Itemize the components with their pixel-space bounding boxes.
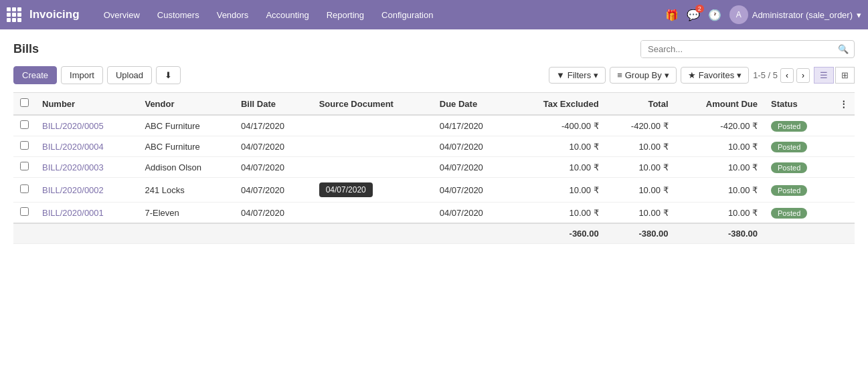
user-menu[interactable]: A Administrator (sale_order) ▾ (729, 5, 861, 24)
select-all-checkbox[interactable] (20, 98, 29, 107)
table-row: BILL/2020/0005ABC Furniture04/17/202004/… (13, 115, 855, 136)
col-status[interactable]: Status (764, 93, 833, 116)
group-by-button[interactable]: ≡ Group By ▾ (610, 67, 677, 84)
col-settings[interactable]: ⋮ (833, 93, 855, 116)
row-total: 10.00 ₹ (606, 136, 675, 157)
pagination-range: 1-5 / 5 (753, 70, 778, 80)
totals-settings-cell (833, 223, 855, 244)
filters-button[interactable]: ▼ Filters ▾ (549, 67, 606, 84)
row-checkbox[interactable] (20, 207, 29, 216)
nav-overview[interactable]: Overview (96, 6, 148, 24)
row-amount-due: -420.00 ₹ (675, 115, 765, 136)
create-button[interactable]: Create (13, 66, 57, 84)
row-checkbox-cell (13, 115, 35, 136)
col-number[interactable]: Number (35, 93, 138, 116)
row-checkbox[interactable] (20, 184, 29, 193)
filters-dropdown-icon: ▾ (594, 70, 598, 80)
chat-icon[interactable]: 💬 2 (687, 9, 700, 21)
row-bill-date: 04/07/2020 (234, 157, 313, 178)
col-vendor[interactable]: Vendor (138, 93, 234, 116)
title-search-row: Bills 🔍 (13, 40, 855, 58)
apps-icon[interactable] (7, 7, 21, 22)
next-page-button[interactable]: › (796, 68, 810, 83)
row-bill-date: 04/07/2020 (234, 136, 313, 157)
row-bill-date: 04/17/2020 (234, 115, 313, 136)
row-tax-excluded: 10.00 ₹ (511, 178, 606, 203)
nav-accounting[interactable]: Accounting (258, 6, 317, 24)
clock-icon[interactable]: 🕐 (708, 9, 721, 21)
row-vendor: ABC Furniture (138, 115, 234, 136)
table-row: BILL/2020/0003Addison Olson04/07/202004/… (13, 157, 855, 178)
search-input[interactable] (641, 41, 833, 57)
brand-name[interactable]: Invoicing (29, 8, 80, 21)
col-amount-due[interactable]: Amount Due (675, 93, 765, 116)
row-source-doc (313, 115, 433, 136)
nav-reporting[interactable]: Reporting (319, 6, 372, 24)
row-vendor: Addison Olson (138, 157, 234, 178)
search-button[interactable]: 🔍 (833, 41, 854, 57)
totals-empty-cell (138, 223, 234, 244)
row-bill-date: 04/07/2020 (234, 203, 313, 224)
favorites-button[interactable]: ★ Favorites ▾ (681, 67, 749, 84)
row-checkbox[interactable] (20, 162, 29, 170)
status-badge: Posted (771, 142, 807, 152)
col-total[interactable]: Total (606, 93, 675, 116)
row-tax-excluded: 10.00 ₹ (511, 203, 606, 224)
group-by-icon: ≡ (617, 70, 622, 80)
search-bar: 🔍 (640, 40, 855, 58)
row-amount-due: 10.00 ₹ (675, 136, 765, 157)
col-due-date[interactable]: Due Date (433, 93, 511, 116)
totals-empty-cell (313, 223, 433, 244)
nav-vendors[interactable]: Vendors (209, 6, 257, 24)
import-button[interactable]: Import (61, 66, 103, 84)
list-view-button[interactable]: ☰ (814, 67, 834, 84)
col-source-doc[interactable]: Source Document (313, 93, 433, 116)
row-checkbox[interactable] (20, 141, 29, 150)
row-number[interactable]: BILL/2020/0005 (35, 115, 138, 136)
download-button[interactable]: ⬇ (156, 66, 181, 84)
prev-page-button[interactable]: ‹ (780, 68, 794, 83)
main-nav: Overview Customers Vendors Accounting Re… (96, 6, 660, 24)
row-total: 10.00 ₹ (606, 157, 675, 178)
totals-empty-cell (433, 223, 511, 244)
row-total: -420.00 ₹ (606, 115, 675, 136)
status-badge: Posted (771, 162, 807, 173)
totals-amount-due: -380.00 (675, 223, 765, 244)
nav-configuration[interactable]: Configuration (373, 6, 441, 24)
row-settings (833, 203, 855, 224)
totals-empty-cell (234, 223, 313, 244)
action-row: Create Import Upload ⬇ ▼ Filters ▾ ≡ Gro… (13, 66, 855, 84)
chat-badge: 2 (695, 5, 704, 13)
upload-button[interactable]: Upload (107, 66, 152, 84)
col-tax-excluded[interactable]: Tax Excluded (511, 93, 606, 116)
kanban-view-button[interactable]: ⊞ (835, 67, 855, 84)
row-number[interactable]: BILL/2020/0004 (35, 136, 138, 157)
row-due-date: 04/07/2020 (433, 157, 511, 178)
nav-customers[interactable]: Customers (149, 6, 207, 24)
row-checkbox-cell (13, 136, 35, 157)
table-row: BILL/2020/0004ABC Furniture04/07/202004/… (13, 136, 855, 157)
row-tax-excluded: -400.00 ₹ (511, 115, 606, 136)
row-number[interactable]: BILL/2020/0003 (35, 157, 138, 178)
group-by-dropdown-icon: ▾ (665, 70, 669, 80)
row-source-doc (313, 136, 433, 157)
row-number[interactable]: BILL/2020/0002 (35, 178, 138, 203)
row-vendor: ABC Furniture (138, 136, 234, 157)
row-settings (833, 178, 855, 203)
star-icon: ★ (688, 70, 696, 80)
row-amount-due: 10.00 ₹ (675, 178, 765, 203)
row-number[interactable]: BILL/2020/0001 (35, 203, 138, 224)
row-settings (833, 157, 855, 178)
favorites-dropdown-icon: ▾ (737, 70, 742, 80)
row-due-date: 04/07/2020 (433, 178, 511, 203)
main-content: Bills 🔍 Create Import Upload ⬇ ▼ Filters… (0, 29, 868, 387)
filters-label: Filters (568, 70, 591, 80)
status-badge: Posted (771, 185, 807, 196)
gift-icon[interactable]: 🎁 (665, 9, 679, 21)
table-row: BILL/2020/00017-Eleven04/07/202004/07/20… (13, 203, 855, 224)
user-name: Administrator (sale_order) (752, 10, 853, 20)
row-checkbox-cell (13, 157, 35, 178)
row-checkbox[interactable] (20, 120, 29, 129)
bills-table: Number Vendor Bill Date Source Document … (13, 92, 855, 244)
col-bill-date[interactable]: Bill Date (234, 93, 313, 116)
